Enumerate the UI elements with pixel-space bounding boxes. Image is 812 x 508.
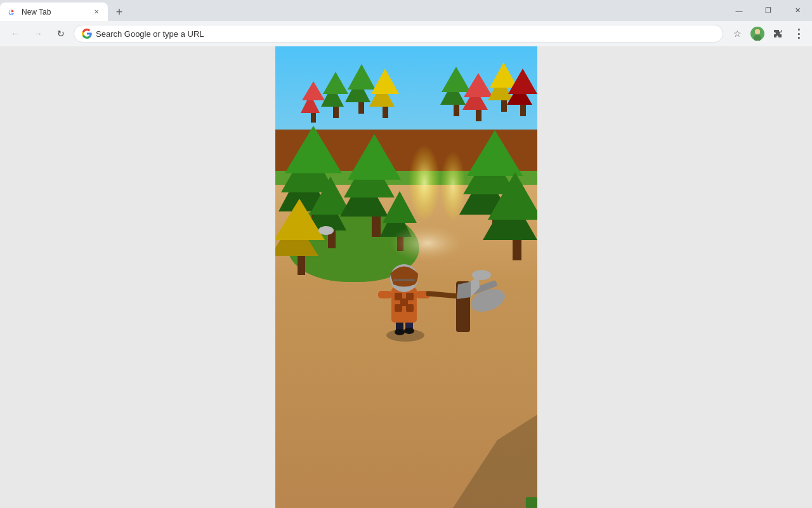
navigation-bar: ← → ↻ Search Google or type a URL ☆ (0, 21, 812, 46)
tab-favicon (6, 7, 16, 17)
active-tab[interactable]: New Tab ✕ (0, 3, 108, 21)
extensions-icon (773, 29, 783, 39)
page-content (0, 46, 812, 508)
window-controls: — ❐ ✕ (724, 0, 812, 21)
forward-button[interactable]: → (28, 23, 48, 44)
minimize-button[interactable]: — (724, 0, 754, 21)
toolbar-right: ☆ ⋮ (728, 25, 807, 43)
url-input[interactable]: Search Google or type a URL (96, 29, 715, 39)
game-canvas (275, 46, 537, 508)
google-g-icon (82, 29, 92, 39)
chrome-menu-button[interactable]: ⋮ (789, 25, 807, 43)
profile-avatar-icon (750, 27, 764, 41)
svg-point-5 (755, 29, 760, 34)
reload-button[interactable]: ↻ (51, 23, 71, 44)
game-scene (275, 46, 537, 508)
close-button[interactable]: ✕ (783, 0, 812, 21)
bookmark-button[interactable]: ☆ (728, 25, 746, 43)
new-tab-button[interactable]: + (110, 3, 128, 21)
address-bar[interactable]: Search Google or type a URL (74, 25, 723, 43)
profile-button[interactable] (749, 25, 766, 43)
back-button[interactable]: ← (5, 23, 25, 44)
maximize-button[interactable]: ❐ (754, 0, 783, 21)
tab-strip: New Tab ✕ + (0, 0, 724, 21)
extensions-button[interactable] (769, 25, 787, 43)
google-favicon-icon (6, 7, 16, 17)
title-bar: New Tab ✕ + — ❐ ✕ (0, 0, 812, 21)
tab-title: New Tab (22, 8, 86, 17)
close-tab-button[interactable]: ✕ (91, 7, 102, 17)
